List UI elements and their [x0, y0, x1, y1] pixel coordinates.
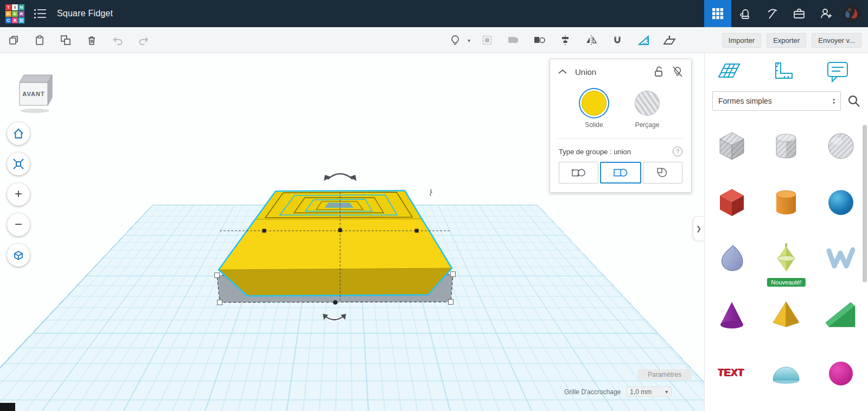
subtract-icon: [655, 167, 669, 178]
mid-handle[interactable]: [333, 300, 337, 305]
import-button[interactable]: Importer: [722, 33, 761, 48]
tinkercad-app: T I N K E R C A D Square Fidget: [0, 0, 868, 411]
shape-scribble[interactable]: [814, 230, 868, 287]
rotate-handle-top[interactable]: [324, 174, 356, 181]
sidebar-scrollbar[interactable]: [863, 125, 867, 282]
group-type-union-button[interactable]: [600, 162, 641, 184]
ruler-tool-button[interactable]: [634, 31, 653, 49]
scale-handle[interactable]: [415, 229, 419, 233]
delete-button[interactable]: [82, 31, 101, 49]
snap-grid-value: 1,0 mm: [630, 388, 652, 396]
shape-half-sphere[interactable]: [759, 343, 813, 400]
rotate-handle-bottom[interactable]: [323, 314, 346, 320]
logo-tile: T: [5, 4, 11, 10]
mirror-button[interactable]: [582, 31, 601, 49]
shape-box[interactable]: [705, 174, 759, 230]
undo-button[interactable]: [108, 31, 127, 49]
account-avatar[interactable]: [840, 4, 864, 23]
chevron-right-icon: ❯: [696, 225, 701, 232]
perspective-toggle-button[interactable]: [7, 244, 30, 267]
solid-option[interactable]: Solide: [582, 91, 607, 129]
io-buttons: Importer Exporter Envoyer v...: [717, 27, 861, 53]
workplane-tool-button[interactable]: [660, 31, 679, 49]
mirror-icon: [585, 35, 597, 46]
mouse-cursor: [430, 189, 432, 196]
solid-swatch: [582, 91, 607, 116]
ungroup-button[interactable]: [530, 31, 548, 49]
align-button[interactable]: [556, 31, 575, 49]
help-icon[interactable]: ?: [673, 147, 682, 156]
view-cube[interactable]: AVANT: [14, 68, 56, 114]
magnet-button[interactable]: [608, 31, 627, 49]
redo-button[interactable]: [135, 31, 153, 49]
taskbar-fragment: [0, 403, 15, 411]
group-type-subtract-button[interactable]: [643, 162, 682, 184]
toolbar: ▾: [0, 27, 868, 53]
send-button[interactable]: Envoyer v...: [812, 33, 861, 48]
shape-category-select[interactable]: Formes simples ▴▾: [712, 91, 841, 111]
glove-button[interactable]: [731, 0, 758, 27]
search-icon[interactable]: [847, 94, 860, 108]
lock-icon[interactable]: [653, 66, 664, 78]
panel-header: Union: [550, 59, 691, 83]
briefcase-button[interactable]: [786, 0, 813, 27]
group-type-keep-colors-button[interactable]: [559, 162, 598, 184]
corner-handle[interactable]: [451, 272, 456, 277]
ruler-helper-icon[interactable]: [773, 60, 795, 81]
sidebar-collapse-handle[interactable]: ❯: [693, 216, 704, 241]
panel-title: Union: [575, 67, 596, 77]
snap-grid-label: Grille D'accrochage: [564, 388, 621, 396]
shape-cone[interactable]: [705, 287, 759, 343]
menu-list-icon[interactable]: [34, 7, 46, 21]
fit-view-button[interactable]: [7, 153, 30, 175]
shape-cylinder-hole[interactable]: [759, 117, 813, 174]
shape-box-hole[interactable]: [705, 117, 759, 174]
selected-object[interactable]: [219, 191, 452, 296]
notes-icon[interactable]: [826, 60, 850, 83]
shape-pyramid[interactable]: [759, 287, 813, 343]
shape-sphere-hole[interactable]: [814, 117, 868, 174]
object-tools: ▾: [446, 27, 679, 53]
shape-wedge[interactable]: [814, 287, 868, 343]
view-cube-label: AVANT: [22, 91, 44, 97]
shape-cylinder[interactable]: [759, 174, 813, 230]
group-button[interactable]: [504, 31, 522, 49]
zoom-out-button[interactable]: −: [7, 213, 30, 236]
duplicate-button[interactable]: [56, 31, 75, 49]
select-stepper-icon: ▴▾: [833, 97, 835, 105]
logo-tile: K: [5, 11, 11, 17]
hide-icon[interactable]: [672, 66, 684, 78]
shape-teardrop[interactable]: [705, 230, 759, 287]
shape-spinning-top[interactable]: Nouveauté!: [759, 230, 813, 287]
scale-handle[interactable]: [339, 229, 342, 232]
hint-button[interactable]: [446, 31, 464, 49]
workplane-helper-icon[interactable]: [717, 60, 742, 81]
avatar-image: [843, 4, 861, 23]
show-all-button[interactable]: [478, 31, 496, 49]
paste-button[interactable]: [30, 31, 49, 49]
snap-grid-select[interactable]: 1,0 mm ▾: [626, 387, 672, 397]
corner-handle[interactable]: [449, 300, 454, 305]
copy-icon: [8, 35, 19, 46]
home-view-button[interactable]: [7, 122, 30, 145]
collapse-chevron-icon[interactable]: [558, 69, 567, 74]
zoom-in-button[interactable]: +: [7, 183, 30, 206]
hole-option[interactable]: Perçage: [635, 91, 660, 129]
tinkercad-logo[interactable]: T I N K E R C A D: [5, 4, 24, 23]
export-button[interactable]: Exporter: [767, 33, 806, 48]
logo-tile: A: [12, 17, 18, 23]
scale-handle[interactable]: [263, 229, 266, 233]
settings-button[interactable]: Paramètres: [637, 369, 692, 380]
group-icon: [507, 35, 519, 46]
invite-button[interactable]: [813, 0, 840, 27]
shapes-panel-button[interactable]: [704, 0, 731, 27]
corner-handle[interactable]: [218, 300, 222, 305]
copy-button[interactable]: [4, 31, 23, 49]
shape-sphere[interactable]: [814, 174, 868, 230]
pickaxe-button[interactable]: [758, 0, 786, 27]
hint-caret-icon[interactable]: ▾: [468, 37, 470, 43]
shape-torus[interactable]: [814, 343, 868, 400]
glove-icon: [738, 7, 752, 21]
corner-handle[interactable]: [215, 273, 220, 278]
shape-text[interactable]: TEXT TEXT: [705, 343, 759, 400]
